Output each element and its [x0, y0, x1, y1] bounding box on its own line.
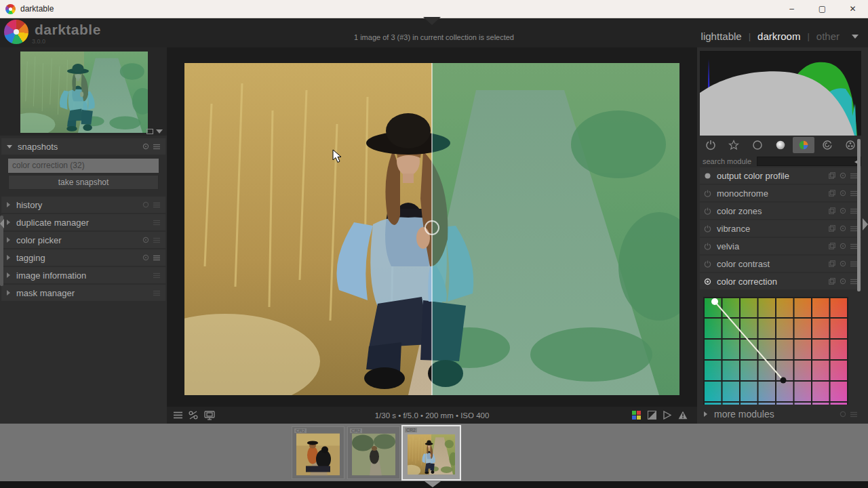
- reset-icon[interactable]: [142, 201, 149, 208]
- snapshot-split-handle[interactable]: [425, 220, 439, 235]
- view-tab-darkroom[interactable]: darkroom: [757, 30, 800, 42]
- close-button[interactable]: ✕: [837, 0, 868, 18]
- multi-instance-icon[interactable]: [829, 172, 835, 179]
- reset-icon[interactable]: [142, 237, 149, 243]
- filmstrip-thumbnail-3-selected[interactable]: CR2: [401, 425, 461, 481]
- exif-info: 1/30 s • f/5.0 • 200 mm • ISO 400: [167, 411, 697, 420]
- module-output-color-profile[interactable]: output color profile: [700, 167, 861, 184]
- zoom-dropdown-icon[interactable]: [156, 129, 163, 134]
- histogram[interactable]: [700, 51, 861, 136]
- group-correct-icon[interactable]: [816, 137, 838, 153]
- reset-icon[interactable]: [142, 143, 149, 150]
- presets-icon[interactable]: [153, 202, 160, 208]
- overexposure-icon[interactable]: [648, 411, 656, 420]
- main-image[interactable]: [184, 63, 679, 395]
- view-switcher: lighttable | darkroom | other: [701, 30, 859, 42]
- highlight-tint-handle[interactable]: [711, 298, 718, 305]
- duplicate-manager-panel-header[interactable]: duplicate manager: [1, 214, 165, 230]
- module-power-icon[interactable]: [704, 260, 711, 268]
- reset-icon[interactable]: [142, 254, 149, 261]
- presets-icon[interactable]: [850, 279, 857, 285]
- more-modules-row[interactable]: more modules: [700, 407, 861, 422]
- raw-overexposure-warning-icon[interactable]: [678, 411, 688, 420]
- left-panel-collapse-arrow[interactable]: [0, 219, 4, 228]
- presets-icon[interactable]: [153, 290, 160, 296]
- view-tab-other[interactable]: other: [816, 30, 840, 42]
- reset-icon[interactable]: [840, 260, 846, 267]
- reset-icon[interactable]: [840, 411, 846, 418]
- navigation-thumbnail[interactable]: [20, 52, 148, 133]
- mask-manager-panel-header[interactable]: mask manager: [1, 285, 165, 301]
- filmstrip-thumbnail-2[interactable]: CR2: [347, 426, 400, 479]
- gamut-check-icon[interactable]: [632, 411, 641, 420]
- multi-instance-icon[interactable]: [829, 190, 835, 197]
- reset-icon[interactable]: [840, 278, 846, 285]
- color-picker-panel-header[interactable]: color picker: [1, 232, 165, 248]
- multi-instance-icon[interactable]: [829, 260, 835, 267]
- group-color-icon[interactable]: [793, 137, 814, 153]
- snapshot-entry[interactable]: color correction (32): [8, 159, 159, 173]
- filmstrip-thumbnail-1[interactable]: CR2: [292, 426, 344, 479]
- multi-instance-icon[interactable]: [829, 225, 835, 232]
- reset-icon[interactable]: [840, 207, 846, 214]
- group-tone-icon[interactable]: [770, 137, 791, 153]
- module-power-icon[interactable]: [704, 172, 711, 180]
- reset-icon[interactable]: [840, 243, 846, 249]
- presets-icon[interactable]: [850, 173, 857, 179]
- right-panel-scrollbar[interactable]: [857, 139, 861, 291]
- presets-icon[interactable]: [850, 411, 857, 418]
- reset-icon[interactable]: [840, 225, 846, 232]
- thumbnail-image: [408, 434, 455, 474]
- module-power-icon[interactable]: [704, 207, 711, 215]
- view-tab-lighttable[interactable]: lighttable: [701, 30, 742, 42]
- right-panel-collapse-arrow[interactable]: [863, 218, 868, 230]
- multi-instance-icon[interactable]: [829, 278, 835, 285]
- zoom-fit-icon[interactable]: [146, 129, 153, 134]
- reset-icon[interactable]: [840, 190, 846, 197]
- window-title: darktable: [20, 4, 54, 14]
- reset-icon[interactable]: [840, 172, 846, 179]
- presets-icon[interactable]: [850, 226, 857, 232]
- module-color-contrast[interactable]: color contrast: [700, 256, 861, 272]
- minimize-button[interactable]: –: [776, 0, 807, 18]
- image-information-panel-header[interactable]: image information: [1, 267, 165, 283]
- module-power-icon[interactable]: [704, 243, 711, 250]
- filmstrip-collapse-handle[interactable]: [425, 481, 441, 487]
- presets-icon[interactable]: [153, 144, 160, 150]
- multi-instance-icon[interactable]: [829, 207, 835, 214]
- history-panel-header[interactable]: history: [1, 197, 165, 213]
- multi-instance-icon[interactable]: [829, 243, 835, 249]
- module-color-correction[interactable]: color correction: [700, 273, 861, 289]
- group-favorites-icon[interactable]: [723, 137, 745, 153]
- presets-icon[interactable]: [850, 261, 857, 267]
- presets-icon[interactable]: [850, 208, 857, 214]
- presets-icon[interactable]: [153, 272, 160, 279]
- search-module-input[interactable]: [757, 157, 861, 166]
- module-power-icon[interactable]: [704, 190, 711, 197]
- section-label: color picker: [16, 235, 61, 245]
- presets-icon[interactable]: [153, 255, 160, 261]
- module-power-icon[interactable]: [704, 278, 711, 285]
- views-dropdown-icon[interactable]: [852, 35, 859, 39]
- tagging-panel-header[interactable]: tagging: [1, 249, 165, 266]
- top-panel-collapse-handle[interactable]: [423, 17, 441, 25]
- presets-icon[interactable]: [850, 243, 857, 249]
- snapshots-panel-header[interactable]: snapshots: [1, 138, 165, 155]
- take-snapshot-button[interactable]: take snapshot: [8, 175, 159, 190]
- color-correction-grid[interactable]: [703, 297, 848, 405]
- shadow-tint-handle[interactable]: [781, 378, 787, 384]
- presets-icon[interactable]: [153, 220, 160, 226]
- module-power-icon[interactable]: [704, 225, 711, 232]
- module-color-zones[interactable]: color zones: [700, 203, 861, 219]
- view-separator: |: [749, 31, 751, 41]
- group-basic-icon[interactable]: [747, 137, 768, 153]
- module-velvia[interactable]: velvia: [700, 238, 861, 254]
- section-label: image information: [16, 270, 86, 281]
- softproof-icon[interactable]: [663, 411, 671, 420]
- module-monochrome[interactable]: monochrome: [700, 185, 861, 201]
- presets-icon[interactable]: [153, 237, 160, 243]
- maximize-button[interactable]: ▢: [807, 0, 837, 18]
- presets-icon[interactable]: [850, 190, 857, 197]
- group-active-modules-icon[interactable]: [700, 137, 722, 153]
- module-vibrance[interactable]: vibrance: [700, 220, 861, 237]
